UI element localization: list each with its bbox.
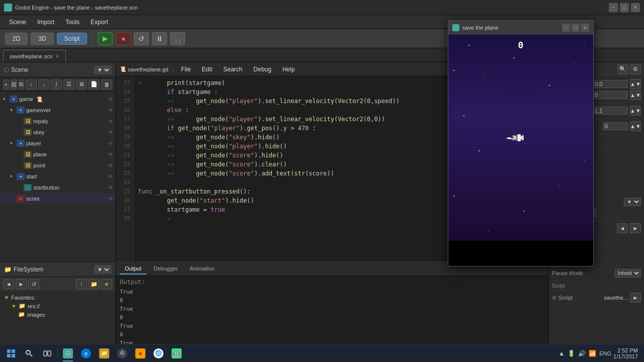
taskbar-task-view-button[interactable] xyxy=(38,345,56,361)
taskbar-start-button[interactable] xyxy=(2,345,20,361)
fs-up-button[interactable]: ↑ xyxy=(76,279,87,289)
visibility-start[interactable]: 👁 xyxy=(108,174,113,179)
file-tab[interactable]: savetheplane.scn × xyxy=(3,50,66,62)
add-node-button[interactable]: + xyxy=(3,79,9,89)
editor-menu-help[interactable]: Help xyxy=(277,64,300,75)
fs-favorites-button[interactable]: ★ xyxy=(101,279,112,289)
scale-input[interactable] xyxy=(593,107,628,115)
filter-button[interactable]: ☰ xyxy=(63,79,74,89)
taskbar-explorer-app[interactable]: 📁 xyxy=(95,345,113,361)
link-node-button[interactable]: ⛓ xyxy=(11,79,17,89)
visibility-plane[interactable]: 👁 xyxy=(108,152,113,157)
duplicate-node-button[interactable]: ⧉ xyxy=(19,79,25,89)
pause-mode-dropdown[interactable]: Inherit xyxy=(615,269,641,278)
null-btn2[interactable]: ► xyxy=(630,223,641,233)
script-arrow-button[interactable]: ► xyxy=(630,293,641,303)
fs-item-images[interactable]: 📁 images xyxy=(4,310,111,319)
view-2d-button[interactable]: 2D xyxy=(5,33,28,45)
inspector-search-button[interactable]: 🔍 xyxy=(617,64,628,74)
tree-node-score[interactable]: ▶ A score 👁 xyxy=(0,193,115,204)
tree-node-plane[interactable]: ▶ 🖼 plane 👁 xyxy=(0,149,115,160)
game-minimize-button[interactable]: − xyxy=(562,24,570,32)
visibility-skey[interactable]: 👁 xyxy=(108,130,113,135)
editor-menu-search[interactable]: Search xyxy=(218,64,248,75)
plane-sprite xyxy=(504,130,529,145)
favorites-label: Favorites: xyxy=(11,295,35,301)
taskbar-amazon-app[interactable]: a xyxy=(131,345,149,361)
stop-button[interactable]: ■ xyxy=(116,32,131,45)
tree-node-point[interactable]: ▶ 🖼 point 👁 xyxy=(0,160,115,171)
position-x-input[interactable] xyxy=(593,80,628,88)
menu-scene[interactable]: Scene xyxy=(4,17,31,28)
scene-panel-dropdown[interactable]: ▼ xyxy=(95,66,111,74)
tab-close-button[interactable]: × xyxy=(56,53,59,60)
script-button[interactable]: 📄 xyxy=(89,79,100,89)
fs-new-folder-button[interactable]: 📁 xyxy=(89,279,100,289)
visibility-point[interactable]: 👁 xyxy=(108,163,113,168)
tray-icon-volume[interactable]: 🔊 xyxy=(578,350,586,357)
menu-export[interactable]: Export xyxy=(86,17,113,28)
editor-menu-debug[interactable]: Debug xyxy=(249,64,276,75)
taskbar-android-app[interactable]: 🤖 xyxy=(168,345,186,361)
scale-spin[interactable]: ▲▼ xyxy=(630,106,641,116)
tray-icon-battery[interactable]: 🔋 xyxy=(568,350,575,357)
maximize-button[interactable]: □ xyxy=(620,3,629,12)
fs-back-button[interactable]: ◄ xyxy=(3,279,14,289)
visibility-score[interactable]: 👁 xyxy=(108,196,113,202)
visibility-gameover[interactable]: 👁 xyxy=(108,108,113,113)
taskbar-edge-app[interactable]: e xyxy=(77,345,95,361)
visibility-repaly[interactable]: 👁 xyxy=(108,119,113,124)
pause-button[interactable]: ⏸ xyxy=(152,32,167,45)
tree-node-skey[interactable]: ▶ 🖼 skey 👁 xyxy=(0,127,115,138)
filesystem-dropdown[interactable]: ▼ xyxy=(95,265,111,274)
tray-icon-network[interactable]: 📶 xyxy=(589,350,596,357)
position-spin-button[interactable]: ▲▼ xyxy=(630,79,641,89)
debug-button[interactable]: 🎧 xyxy=(170,32,185,45)
taskbar-settings-app[interactable]: ⚙ xyxy=(113,345,131,361)
move-up-button[interactable]: ↑ xyxy=(26,79,37,89)
fs-reload-button[interactable]: ↺ xyxy=(28,279,39,289)
taskbar-search-button[interactable] xyxy=(20,345,38,361)
game-close-button[interactable]: × xyxy=(581,24,589,32)
delete-button[interactable]: 🗑 xyxy=(101,79,112,89)
menu-import[interactable]: Import xyxy=(32,17,59,28)
editor-menu-file[interactable]: File xyxy=(176,64,196,75)
output-tab-output[interactable]: Output xyxy=(120,263,146,275)
mix-dropdown[interactable]: ▼ xyxy=(624,198,641,206)
z-input[interactable] xyxy=(603,122,628,130)
tree-node-start[interactable]: ▼ ● start 👁 xyxy=(0,171,115,182)
tree-node-repaly[interactable]: ▶ 🖼 repaly 👁 xyxy=(0,116,115,127)
tree-node-startbutton[interactable]: ▶ ⬡ startbutton 👁 xyxy=(0,182,115,193)
z-spin[interactable]: ▲▼ xyxy=(630,121,641,131)
group-button[interactable]: ⊞ xyxy=(76,79,87,89)
menu-tools[interactable]: Tools xyxy=(60,17,85,28)
position-y-input[interactable] xyxy=(593,91,628,99)
taskbar-chrome-app[interactable]: 🌐 xyxy=(149,345,168,361)
inspector-settings-button[interactable]: ⚙ xyxy=(630,64,641,74)
close-button[interactable]: × xyxy=(631,3,640,12)
view-script-button[interactable]: Script xyxy=(57,33,88,45)
view-3d-button[interactable]: 3D xyxy=(31,33,53,45)
tree-node-gameover[interactable]: ▼ ● gameover 👁 xyxy=(0,105,115,116)
editor-menu-edit[interactable]: Edit xyxy=(197,64,217,75)
reload-button[interactable]: ↺ xyxy=(134,32,149,45)
reparent-button[interactable]: ⤴ xyxy=(51,79,62,89)
move-down-button[interactable]: ↓ xyxy=(38,79,49,89)
minimize-button[interactable]: − xyxy=(609,3,618,12)
fs-item-res[interactable]: ▼ 📁 res:// xyxy=(4,302,111,310)
visibility-startbutton[interactable]: 👁 xyxy=(108,185,113,191)
output-tab-animation[interactable]: Animation xyxy=(185,263,219,275)
taskbar-godot-app[interactable]: G xyxy=(59,345,77,361)
null-btn1[interactable]: ◄ xyxy=(617,223,628,233)
editor-file-tab[interactable]: savetheplane.gd xyxy=(128,66,169,72)
visibility-game[interactable]: 👁 xyxy=(108,97,113,102)
fs-forward-button[interactable]: ► xyxy=(16,279,27,289)
play-button[interactable]: ▶ xyxy=(98,32,113,45)
tree-node-player[interactable]: ▼ ● player 👁 xyxy=(0,138,115,149)
visibility-player[interactable]: 👁 xyxy=(108,141,113,146)
position-y-spin[interactable]: ▲▼ xyxy=(630,90,641,100)
tree-node-game[interactable]: ▼ ● game 📜 👁 xyxy=(0,94,115,105)
tray-icon-1[interactable]: ▲ xyxy=(558,350,565,357)
output-tab-debugger[interactable]: Debugger xyxy=(148,263,183,275)
game-maximize-button[interactable]: □ xyxy=(572,24,580,32)
